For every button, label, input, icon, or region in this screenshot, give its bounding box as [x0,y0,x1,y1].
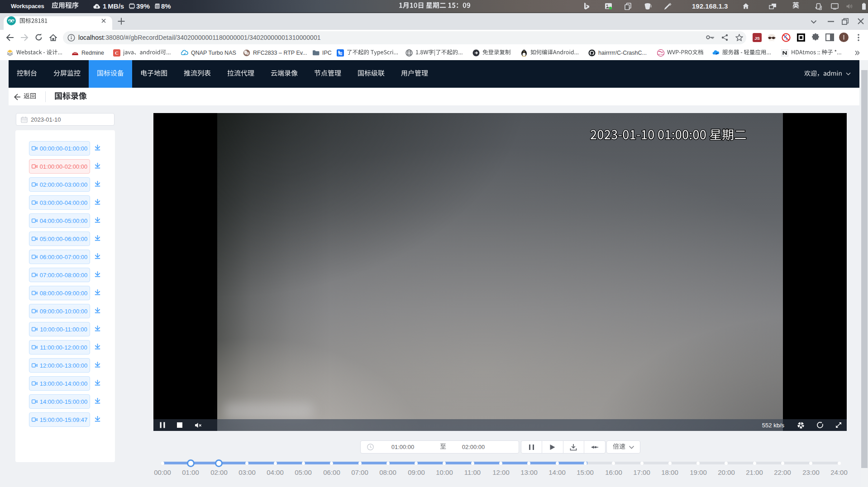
svg-text:JS: JS [754,36,760,41]
svg-text:WVP-PRO: WVP-PRO [657,53,664,55]
svg-text:知: 知 [338,51,343,56]
svg-text:C: C [115,50,119,56]
